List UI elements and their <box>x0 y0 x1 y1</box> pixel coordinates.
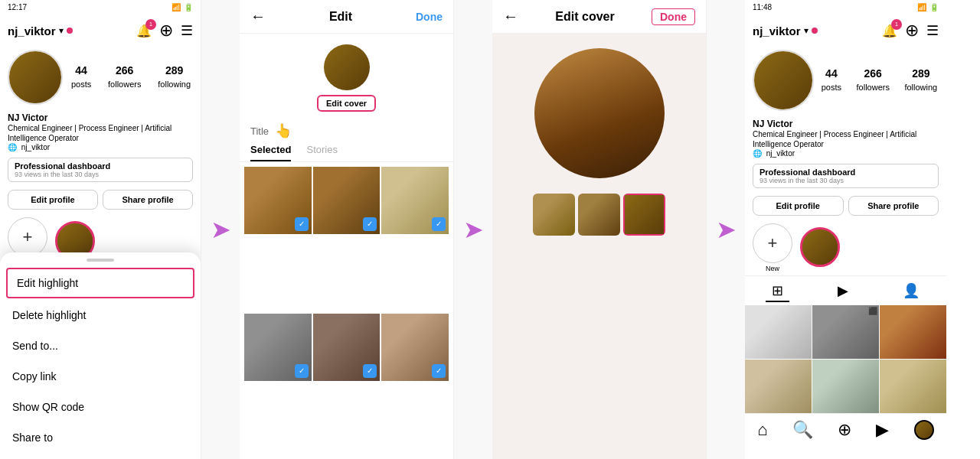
username-row-1: nj_viktor ▾ <box>8 24 73 37</box>
dash-title-1: Professional dashboard <box>15 161 186 171</box>
edit-photo-3[interactable]: ✓ <box>381 167 449 234</box>
edit-photo-6[interactable]: ✓ <box>381 314 449 381</box>
verified-dot-1 <box>67 28 73 34</box>
menu-icon-1[interactable]: ☰ <box>181 22 193 39</box>
done-btn-cover[interactable]: Done <box>652 8 695 25</box>
back-btn-edit[interactable]: ← <box>250 8 266 25</box>
profile-buttons-4: Edit profile Share profile <box>745 191 946 220</box>
edit-profile-btn-1[interactable]: Edit profile <box>8 190 98 210</box>
highlight-add-4[interactable]: + New <box>753 223 792 272</box>
check-1: ✓ <box>295 217 309 231</box>
reels-nav-icon[interactable]: ▶ <box>876 420 889 440</box>
profile-nav-icon[interactable] <box>914 420 934 440</box>
edit-photo-1[interactable]: ✓ <box>244 167 312 234</box>
highlight-item-4[interactable] <box>800 227 840 269</box>
cover-avatar-preview <box>324 44 370 90</box>
following-stat-1[interactable]: 289 following <box>158 64 191 90</box>
share-profile-btn-1[interactable]: Share profile <box>103 190 193 210</box>
edit-cover-area: Edit cover <box>240 34 453 118</box>
done-btn-edit[interactable]: Done <box>416 11 443 23</box>
edit-header: ← Edit Done <box>240 0 453 34</box>
thumb-3-selected[interactable] <box>623 194 665 236</box>
face-large <box>534 48 665 178</box>
arrow-2-container: ➤ <box>454 0 492 459</box>
edit-cover-btn[interactable]: Edit cover <box>317 95 376 112</box>
thumb-2[interactable] <box>578 194 620 236</box>
dropdown-icon-4[interactable]: ▾ <box>804 25 808 36</box>
followers-stat-4[interactable]: 266 followers <box>857 67 890 93</box>
profile-header-1: nj_viktor ▾ 🔔 1 ⊕ ☰ <box>0 15 201 44</box>
panel4-final: 11:48 📶 🔋 nj_viktor ▾ 🔔 1 ⊕ ☰ 44 <box>745 0 946 459</box>
posts-label-4: posts <box>822 83 841 92</box>
reels-tab-4[interactable]: ▶ <box>831 281 854 302</box>
dropdown-icon-1[interactable]: ▾ <box>59 25 64 36</box>
followers-num-4: 266 <box>857 67 890 80</box>
send-to-btn[interactable]: Send to... <box>0 330 201 361</box>
posts-stat-4: 44 posts <box>822 67 841 93</box>
menu-icon-4[interactable]: ☰ <box>926 22 939 39</box>
bottom-nav-4: ⌂ 🔍 ⊕ ▶ <box>745 413 946 446</box>
add-icon-1[interactable]: ⊕ <box>159 21 173 41</box>
dash-title-4: Professional dashboard <box>760 168 932 177</box>
profile-stats-4: 44 posts 266 followers 289 following <box>745 44 946 117</box>
edit-profile-btn-4[interactable]: Edit profile <box>753 196 844 216</box>
tabs-row-4: ⊞ ▶ 👤 <box>745 275 946 305</box>
dash-subtitle-4: 93 views in the last 30 days <box>760 177 932 184</box>
back-btn-cover[interactable]: ← <box>503 8 518 25</box>
profile-buttons-1: Edit profile Share profile <box>0 185 201 214</box>
share-profile-btn-4[interactable]: Share profile <box>848 196 939 216</box>
edit-photo-2[interactable]: ✓ <box>313 167 381 234</box>
time-4: 11:48 <box>753 3 772 11</box>
check-3: ✓ <box>432 217 446 231</box>
professional-dashboard-4[interactable]: Professional dashboard 93 views in the l… <box>753 164 939 188</box>
professional-dashboard-1[interactable]: Professional dashboard 93 views in the l… <box>8 158 193 182</box>
bottom-sheet: Edit highlight Delete highlight Send to.… <box>0 252 201 459</box>
edit-photo-5[interactable]: ✓ <box>313 314 381 381</box>
edit-highlight-btn[interactable]: Edit highlight <box>6 268 194 298</box>
panel1-profile: 12:17 📶 🔋 nj_viktor ▾ 🔔 1 ⊕ ☰ 44 <box>0 0 201 459</box>
tagged-tab-4[interactable]: 👤 <box>897 281 926 302</box>
add-highlight-circle-4[interactable]: + <box>753 223 792 263</box>
delete-highlight-btn[interactable]: Delete highlight <box>0 300 201 330</box>
following-stat-4[interactable]: 289 following <box>904 67 937 93</box>
home-nav-icon[interactable]: ⌂ <box>757 420 767 440</box>
add-nav-icon[interactable]: ⊕ <box>838 420 851 440</box>
profile-handle-1: 🌐 nj_viktor <box>8 143 193 151</box>
grid-p4-5 <box>812 360 879 413</box>
add-label-4: New <box>766 265 779 272</box>
followers-stat-1[interactable]: 266 followers <box>108 64 141 90</box>
show-qr-btn[interactable]: Show QR code <box>0 392 201 422</box>
profile-name-1: NJ Victor <box>8 112 193 123</box>
following-label-1: following <box>158 80 191 89</box>
profile-handle-4: 🌐 nj_viktor <box>753 149 939 158</box>
notification-btn-4[interactable]: 🔔 1 <box>882 24 897 38</box>
status-icons-4: 📶 🔋 <box>917 3 939 11</box>
header-icons-1: 🔔 1 ⊕ ☰ <box>136 21 193 41</box>
status-icons-1: 📶 🔋 <box>172 3 193 11</box>
search-nav-icon[interactable]: 🔍 <box>792 420 813 440</box>
edit-photo-4[interactable]: ✓ <box>244 314 312 381</box>
notification-btn-1[interactable]: 🔔 1 <box>136 24 152 38</box>
sheet-handle <box>87 259 114 262</box>
thumb-1[interactable] <box>533 194 575 236</box>
check-6: ✓ <box>432 364 446 378</box>
profile-stats-1: 44 posts 266 followers 289 following <box>0 44 201 111</box>
cover-preview-area <box>492 33 706 459</box>
arrow-3-container: ➤ <box>707 0 745 459</box>
globe-icon-4: 🌐 <box>753 149 762 158</box>
grid-p4-1 <box>745 305 812 359</box>
username-row-4: nj_viktor ▾ <box>753 24 818 37</box>
tab-stories[interactable]: Stories <box>306 144 337 161</box>
highlight-circle-4[interactable] <box>800 227 840 267</box>
share-to-btn[interactable]: Share to <box>0 422 201 453</box>
add-highlight-circle-1[interactable]: + <box>8 217 47 257</box>
followers-num-1: 266 <box>108 64 141 76</box>
stats-row-4: 44 posts 266 followers 289 following <box>820 67 939 93</box>
copy-link-btn[interactable]: Copy link <box>0 361 201 392</box>
grid-p4-4 <box>745 360 812 413</box>
grid-tab-4[interactable]: ⊞ <box>766 281 789 302</box>
add-icon-4[interactable]: ⊕ <box>905 21 919 41</box>
tab-selected[interactable]: Selected <box>250 144 291 161</box>
arrow-3-icon: ➤ <box>716 215 737 244</box>
grid-p4-2: ⬛ <box>812 305 879 359</box>
